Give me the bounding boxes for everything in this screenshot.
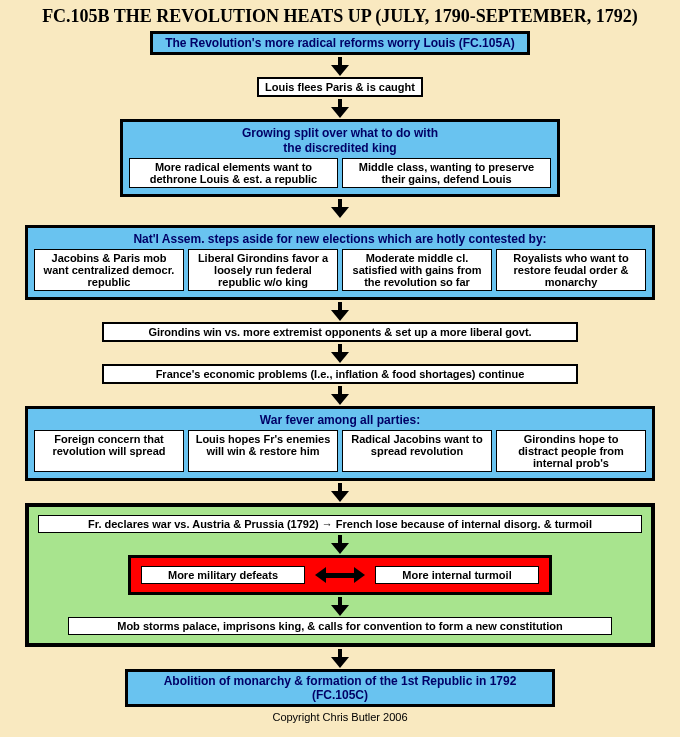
elections-c2: Liberal Girondins favor a loosely run fe… (188, 249, 338, 291)
military-defeats: More military defeats (141, 566, 305, 584)
elections-c1: Jacobins & Paris mob want centralized de… (34, 249, 184, 291)
page-title: FC.105B THE REVOLUTION HEATS UP (JULY, 1… (42, 6, 638, 27)
war-fever-c1: Foreign concern that revolution will spr… (34, 430, 184, 472)
flowchart: FC.105B THE REVOLUTION HEATS UP (JULY, 1… (0, 0, 680, 731)
elections-c3: Moderate middle cl. satisfied with gains… (342, 249, 492, 291)
arrow-down-icon (337, 344, 343, 362)
step-flees: Louis flees Paris & is caught (257, 77, 423, 97)
arrow-down-icon (337, 483, 343, 501)
split-head2: the discredited king (129, 141, 551, 155)
war-fever-c2: Louis hopes Fr's enemies will win & rest… (188, 430, 338, 472)
internal-turmoil: More internal turmoil (375, 566, 539, 584)
mob-storms: Mob storms palace, imprisons king, & cal… (68, 617, 612, 635)
link-fc105c: Abolition of monarchy & formation of the… (164, 674, 517, 702)
bottom-link-box[interactable]: Abolition of monarchy & formation of the… (125, 669, 555, 707)
arrow-down-icon (337, 199, 343, 223)
girondins-win: Girondins win vs. more extremist opponen… (102, 322, 578, 342)
split-left: More radical elements want to dethrone L… (129, 158, 338, 188)
war-declare: Fr. declares war vs. Austria & Prussia (… (38, 515, 642, 533)
double-arrow-icon (315, 567, 365, 583)
split-head1: Growing split over what to do with (129, 126, 551, 140)
arrow-down-icon (337, 597, 343, 615)
arrow-down-icon (337, 649, 343, 667)
war-fever-head: War fever among all parties: (34, 413, 646, 427)
top-link-box[interactable]: The Revolution's more radical reforms wo… (150, 31, 530, 55)
copyright: Copyright Chris Butler 2006 (272, 711, 407, 723)
link-fc105a: The Revolution's more radical reforms wo… (165, 36, 515, 50)
elections-head: Nat'l Assem. steps aside for new electio… (34, 232, 646, 246)
war-box: Fr. declares war vs. Austria & Prussia (… (25, 503, 655, 647)
arrow-down-icon (337, 57, 343, 75)
elections-c4: Royalists who want to restore feudal ord… (496, 249, 646, 291)
feedback-loop: More military defeats More internal turm… (128, 555, 552, 595)
split-right: Middle class, wanting to preserve their … (342, 158, 551, 188)
split-box: Growing split over what to do with the d… (120, 119, 560, 197)
arrow-down-icon (337, 535, 343, 553)
war-fever-c4: Girondins hope to distract people from i… (496, 430, 646, 472)
arrow-down-icon (337, 386, 343, 404)
war-fever-box: War fever among all parties: Foreign con… (25, 406, 655, 481)
arrow-down-icon (337, 99, 343, 117)
elections-box: Nat'l Assem. steps aside for new electio… (25, 225, 655, 300)
economy: France's economic problems (I.e., inflat… (102, 364, 578, 384)
war-fever-c3: Radical Jacobins want to spread revoluti… (342, 430, 492, 472)
arrow-down-icon (337, 302, 343, 320)
